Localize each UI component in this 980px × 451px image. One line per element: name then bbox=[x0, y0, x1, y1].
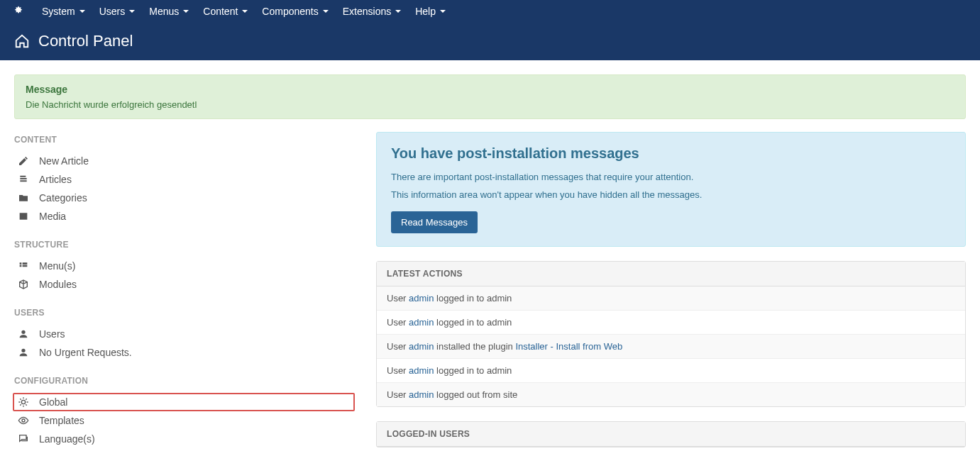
top-nav-label: System bbox=[42, 6, 75, 17]
section-heading-content: CONTENT bbox=[14, 135, 355, 145]
chevron-down-icon bbox=[395, 10, 401, 13]
top-nav-label: Help bbox=[415, 6, 436, 17]
read-messages-button[interactable]: Read Messages bbox=[391, 211, 478, 233]
sidebar: CONTENTNew ArticleArticlesCategoriesMedi… bbox=[14, 132, 355, 451]
top-nav: SystemUsersMenusContentComponentsExtensi… bbox=[0, 0, 980, 22]
logged-in-users-panel: LOGGED-IN USERS bbox=[376, 421, 966, 447]
sidebar-item-articles[interactable]: Articles bbox=[14, 170, 355, 189]
sidebar-item-label: Menu(s) bbox=[39, 260, 75, 272]
sidebar-item-new-article[interactable]: New Article bbox=[14, 152, 355, 170]
action-text: User bbox=[387, 365, 409, 376]
info-box-line2: This information area won't appear when … bbox=[391, 189, 951, 200]
latest-action-row: User admin installed the plugin Installe… bbox=[377, 335, 965, 359]
action-text: logged in to admin bbox=[434, 365, 512, 376]
eye-icon bbox=[16, 415, 31, 426]
panel-heading-latest-actions: LATEST ACTIONS bbox=[377, 262, 965, 286]
top-nav-label: Content bbox=[203, 6, 238, 17]
sidebar-item-templates[interactable]: Templates bbox=[14, 411, 355, 430]
sidebar-item-no-urgent-requests[interactable]: No Urgent Requests. bbox=[14, 343, 355, 362]
action-text: logged in to admin bbox=[434, 293, 512, 304]
top-nav-menus[interactable]: Menus bbox=[142, 0, 196, 22]
top-nav-users[interactable]: Users bbox=[92, 0, 143, 22]
latest-action-row: User admin logged in to admin bbox=[377, 311, 965, 335]
sidebar-item-users[interactable]: Users bbox=[14, 325, 355, 343]
sidebar-item-modules[interactable]: Modules bbox=[14, 275, 355, 294]
sidebar-item-label: Articles bbox=[39, 174, 72, 185]
top-nav-label: Menus bbox=[149, 6, 179, 17]
top-nav-content[interactable]: Content bbox=[196, 0, 255, 22]
action-user-link[interactable]: admin bbox=[409, 293, 434, 304]
page-header: Control Panel bbox=[0, 22, 980, 60]
action-text: logged out from site bbox=[434, 389, 517, 400]
section-heading-configuration: CONFIGURATION bbox=[14, 376, 355, 386]
action-text: User bbox=[387, 389, 409, 400]
action-text: User bbox=[387, 317, 409, 328]
alert-text: Die Nachricht wurde erfolgreich gesendet… bbox=[26, 99, 954, 110]
page-title: Control Panel bbox=[38, 32, 133, 50]
sidebar-item-categories[interactable]: Categories bbox=[14, 189, 355, 207]
sidebar-item-label: New Article bbox=[39, 155, 89, 167]
home-icon bbox=[14, 33, 30, 49]
sidebar-item-label: No Urgent Requests. bbox=[39, 347, 132, 358]
comments-icon bbox=[16, 433, 31, 445]
sidebar-item-label: Modules bbox=[39, 279, 77, 290]
chevron-down-icon bbox=[183, 10, 189, 13]
sidebar-item-media[interactable]: Media bbox=[14, 207, 355, 226]
sidebar-item-label: Templates bbox=[39, 415, 84, 426]
image-icon bbox=[16, 211, 31, 222]
alert-heading: Message bbox=[26, 84, 954, 95]
action-user-link[interactable]: admin bbox=[409, 341, 434, 352]
user-icon bbox=[16, 347, 31, 358]
list-icon bbox=[16, 260, 31, 272]
action-user-link[interactable]: admin bbox=[409, 365, 434, 376]
chevron-down-icon bbox=[129, 10, 135, 13]
latest-actions-panel: LATEST ACTIONS User admin logged in to a… bbox=[376, 261, 966, 407]
cube-icon bbox=[16, 279, 31, 290]
sidebar-item-global[interactable]: Global bbox=[13, 393, 355, 411]
sidebar-item-language-s[interactable]: Language(s) bbox=[14, 430, 355, 448]
action-user-link[interactable]: admin bbox=[409, 389, 434, 400]
action-object-link[interactable]: Installer - Install from Web bbox=[515, 341, 622, 352]
success-message: Message Die Nachricht wurde erfolgreich … bbox=[14, 74, 966, 119]
sidebar-item-label: Categories bbox=[39, 192, 87, 204]
action-text: User bbox=[387, 293, 409, 304]
sidebar-item-label: Global bbox=[39, 396, 67, 408]
top-nav-system[interactable]: System bbox=[35, 0, 92, 22]
top-nav-extensions[interactable]: Extensions bbox=[336, 0, 408, 22]
section-heading-structure: STRUCTURE bbox=[14, 240, 355, 250]
section-heading-users: USERS bbox=[14, 308, 355, 318]
main-content: You have post-installation messages Ther… bbox=[376, 132, 966, 451]
folder-icon bbox=[16, 192, 31, 204]
latest-action-row: User admin logged out from site bbox=[377, 383, 965, 406]
chevron-down-icon bbox=[323, 10, 329, 13]
latest-action-row: User admin logged in to admin bbox=[377, 286, 965, 311]
latest-action-row: User admin logged in to admin bbox=[377, 359, 965, 383]
info-box-line1: There are important post-installation me… bbox=[391, 172, 951, 182]
panel-heading-logged-in: LOGGED-IN USERS bbox=[377, 422, 965, 447]
top-nav-help[interactable]: Help bbox=[408, 0, 453, 22]
top-nav-label: Components bbox=[262, 6, 318, 17]
top-nav-components[interactable]: Components bbox=[255, 0, 335, 22]
top-nav-label: Extensions bbox=[343, 6, 391, 17]
top-nav-label: Users bbox=[99, 6, 126, 17]
pencil-icon bbox=[16, 155, 31, 167]
stack-icon bbox=[16, 174, 31, 185]
joomla-logo-icon[interactable] bbox=[11, 4, 26, 19]
chevron-down-icon bbox=[242, 10, 248, 13]
sidebar-item-label: Media bbox=[39, 211, 66, 222]
action-text: User bbox=[387, 341, 409, 352]
action-text: logged in to admin bbox=[434, 317, 512, 328]
gear-icon bbox=[16, 396, 31, 408]
sidebar-item-label: Users bbox=[39, 328, 65, 340]
post-install-message-box: You have post-installation messages Ther… bbox=[376, 132, 966, 247]
info-box-title: You have post-installation messages bbox=[391, 145, 951, 162]
chevron-down-icon bbox=[79, 10, 85, 13]
sidebar-item-label: Language(s) bbox=[39, 433, 95, 445]
sidebar-item-menu-s[interactable]: Menu(s) bbox=[14, 257, 355, 275]
chevron-down-icon bbox=[440, 10, 446, 13]
user-icon bbox=[16, 328, 31, 340]
action-text: installed the plugin bbox=[434, 341, 515, 352]
action-user-link[interactable]: admin bbox=[409, 317, 434, 328]
